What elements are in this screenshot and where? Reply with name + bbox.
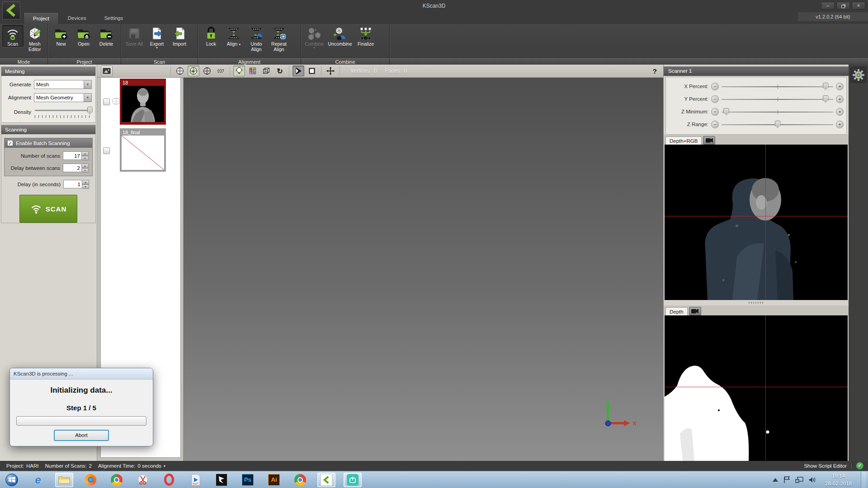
z-range-increase-button[interactable]: + bbox=[836, 121, 844, 128]
z-range-slider[interactable] bbox=[722, 121, 833, 128]
volume-icon[interactable] bbox=[809, 477, 816, 483]
viewport-3d[interactable]: Y X bbox=[183, 78, 663, 461]
tray-expand-icon[interactable] bbox=[773, 478, 778, 482]
export-dropdown-caret[interactable]: ▾ bbox=[156, 47, 158, 49]
taskbar-illustrator[interactable]: Ai bbox=[265, 473, 283, 487]
new-button[interactable]: New bbox=[50, 25, 72, 47]
taskbar-file-explorer[interactable] bbox=[55, 473, 73, 487]
x-percent-decrease-button[interactable]: − bbox=[711, 83, 719, 90]
alignment-dropdown-caret[interactable]: ▾ bbox=[84, 94, 91, 102]
start-button[interactable] bbox=[3, 473, 21, 487]
thumbnail-18[interactable]: 18 bbox=[120, 79, 166, 125]
alignment-dropdown[interactable]: Mesh Geometry ▾ bbox=[34, 93, 92, 102]
pan-button[interactable] bbox=[325, 66, 336, 76]
textured-mesh-button[interactable] bbox=[188, 66, 199, 76]
generate-dropdown[interactable]: Mesh ▾ bbox=[34, 80, 92, 89]
repeat-align-button[interactable]: Repeat Align bbox=[268, 25, 290, 52]
delay-between-scans-down[interactable]: ▼ bbox=[82, 168, 89, 173]
camera-toggle-button-2[interactable] bbox=[689, 307, 701, 315]
taskbar-kscan3d[interactable] bbox=[317, 473, 335, 487]
taskbar-clock[interactable]: 19:14 28-02-2018 bbox=[825, 472, 852, 487]
enable-batch-scanning-checkbox[interactable]: ✓ bbox=[7, 140, 13, 146]
processing-dialog-title: KScan3D is processing ... bbox=[10, 368, 153, 380]
abort-button[interactable]: Abort bbox=[54, 430, 109, 441]
uncombine-button[interactable]: Uncombine bbox=[326, 25, 354, 47]
taskbar-chrome[interactable] bbox=[108, 473, 126, 487]
align-button[interactable]: Align▾ bbox=[223, 25, 245, 47]
number-of-scans-input[interactable] bbox=[63, 151, 82, 160]
import-button[interactable]: Import bbox=[169, 25, 190, 47]
action-center-flag-icon[interactable] bbox=[783, 476, 790, 483]
point-cloud-icon bbox=[217, 67, 225, 75]
taskbar-opera[interactable] bbox=[160, 473, 178, 487]
delete-button[interactable]: Delete bbox=[95, 25, 117, 47]
scanner-panel-header: Scanner 1 bbox=[664, 66, 849, 76]
wireframe-mesh-button[interactable] bbox=[201, 66, 213, 76]
y-percent-slider[interactable] bbox=[722, 95, 833, 103]
delay-between-scans-input[interactable] bbox=[63, 164, 82, 172]
thumbnail-18-final[interactable]: 18_final bbox=[120, 128, 166, 172]
z-minimum-decrease-button[interactable]: − bbox=[711, 108, 719, 116]
z-range-decrease-button[interactable]: − bbox=[711, 121, 719, 128]
y-percent-decrease-button[interactable]: − bbox=[711, 95, 719, 103]
number-of-scans-up[interactable]: ▲ bbox=[82, 151, 89, 156]
y-percent-increase-button[interactable]: + bbox=[836, 95, 844, 103]
show-script-editor-label[interactable]: Show Script Editor bbox=[804, 463, 847, 469]
thumbnail-view-toggle-button[interactable] bbox=[101, 66, 113, 76]
taskbar-chrome-2[interactable] bbox=[291, 473, 309, 487]
camera-views-splitter[interactable] bbox=[664, 300, 849, 305]
x-percent-slider[interactable] bbox=[722, 83, 833, 90]
stop-button[interactable] bbox=[306, 66, 318, 76]
taskbar-dark-app[interactable] bbox=[212, 473, 231, 487]
taskbar-firefox[interactable] bbox=[81, 473, 99, 487]
settings-gear-button[interactable] bbox=[850, 67, 866, 83]
taskbar-scanner-app[interactable] bbox=[344, 473, 362, 487]
scan-button[interactable]: SCAN bbox=[19, 195, 77, 223]
delay-seconds-up[interactable]: ▲ bbox=[82, 180, 89, 184]
x-percent-increase-button[interactable]: + bbox=[836, 83, 844, 90]
undo-align-button[interactable]: Undo Align bbox=[245, 25, 267, 52]
point-cloud-button[interactable] bbox=[215, 66, 226, 76]
tab-settings[interactable]: Settings bbox=[95, 12, 132, 24]
show-desktop-button[interactable] bbox=[861, 471, 866, 488]
thumbnail-18-checkbox[interactable] bbox=[103, 99, 110, 105]
delay-seconds-down[interactable]: ▼ bbox=[82, 184, 89, 189]
minimize-button[interactable]: – bbox=[821, 2, 835, 9]
taskbar-media-player[interactable] bbox=[186, 473, 204, 487]
delay-seconds-input[interactable] bbox=[63, 180, 82, 188]
mesh-editor-button[interactable]: Mesh Editor bbox=[24, 25, 46, 52]
restore-button[interactable] bbox=[836, 2, 850, 9]
tab-project[interactable]: Project bbox=[24, 12, 59, 24]
script-editor-check-icon[interactable]: ✓ bbox=[856, 462, 863, 469]
tab-depth[interactable]: Depth bbox=[665, 307, 688, 315]
open-button[interactable]: Open bbox=[73, 25, 94, 47]
z-minimum-increase-button[interactable]: + bbox=[836, 108, 844, 116]
generate-dropdown-caret[interactable]: ▾ bbox=[84, 80, 91, 89]
close-button[interactable]: × bbox=[852, 2, 865, 9]
shaded-mesh-button[interactable] bbox=[174, 66, 186, 76]
z-minimum-slider[interactable] bbox=[722, 108, 833, 116]
tab-devices[interactable]: Devices bbox=[59, 12, 95, 24]
lock-button[interactable]: Lock bbox=[200, 25, 222, 47]
taskbar-photoshop[interactable]: Ps bbox=[239, 473, 257, 487]
tab-depth-rgb[interactable]: Depth+RGB bbox=[665, 136, 702, 145]
light-button[interactable] bbox=[233, 66, 245, 76]
scan-mode-button[interactable]: Scan bbox=[2, 25, 24, 47]
reset-view-button[interactable]: ↻ bbox=[274, 66, 286, 76]
taskbar-snipping-tool[interactable] bbox=[134, 473, 152, 487]
help-button[interactable]: ? bbox=[653, 67, 657, 75]
density-slider[interactable] bbox=[34, 106, 92, 118]
network-icon[interactable] bbox=[795, 477, 803, 483]
camera-toggle-button-1[interactable] bbox=[703, 136, 715, 145]
texture-palette-button[interactable] bbox=[247, 66, 259, 76]
bounding-box-button[interactable] bbox=[260, 66, 272, 76]
thumbnail-18-final-checkbox[interactable] bbox=[103, 147, 110, 154]
finalize-button[interactable]: Finalize bbox=[355, 25, 377, 47]
taskbar-internet-explorer[interactable]: e bbox=[29, 473, 47, 487]
density-slider-thumb[interactable] bbox=[87, 107, 93, 114]
status-alignment-time[interactable]: Alignment Time:0 seconds▾ bbox=[98, 463, 165, 469]
number-of-scans-down[interactable]: ▼ bbox=[82, 156, 89, 160]
delay-between-scans-up[interactable]: ▲ bbox=[82, 164, 89, 168]
export-button[interactable]: Export ▾ bbox=[146, 25, 168, 50]
play-button[interactable] bbox=[292, 66, 304, 76]
